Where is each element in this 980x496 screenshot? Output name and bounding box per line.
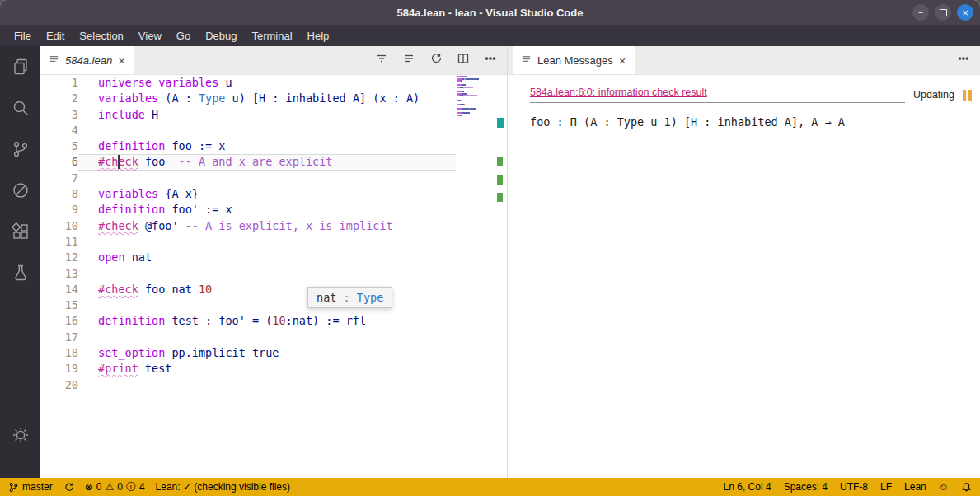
split-editor-icon[interactable]: [457, 52, 470, 68]
problems-indicator[interactable]: ⊗ 0 ⚠ 0 ⓘ 4: [85, 480, 145, 494]
extensions-icon[interactable]: [11, 222, 30, 241]
close-tab-icon[interactable]: ×: [118, 54, 125, 67]
code-line[interactable]: 5definition foo := x: [40, 138, 456, 154]
code-line[interactable]: 12open nat: [40, 250, 456, 265]
code-line[interactable]: 4: [40, 123, 456, 138]
code-line[interactable]: 10#check @foo' -- A is explicit, x is im…: [40, 218, 456, 234]
menubar: FileEditSelectionViewGoDebugTerminalHelp: [0, 25, 980, 46]
more-actions-icon[interactable]: [957, 52, 970, 68]
line-text: definition test : foo' = (10:nat) := rfl: [78, 313, 456, 329]
branch-name: master: [22, 481, 53, 493]
menu-item-terminal[interactable]: Terminal: [244, 25, 299, 46]
code-line[interactable]: 13: [40, 266, 456, 282]
code-editor[interactable]: 1universe variables u2variables (A : Typ…: [40, 75, 456, 478]
ruler-mark: [497, 118, 504, 128]
close-panel-tab-icon[interactable]: ×: [619, 54, 626, 67]
line-text: [78, 377, 456, 393]
code-line[interactable]: 11: [40, 234, 456, 250]
line-text: #check foo -- A and x are explicit: [78, 154, 456, 170]
overview-ruler[interactable]: [495, 75, 507, 478]
line-text: [78, 171, 456, 186]
minimize-button[interactable]: −: [912, 4, 929, 21]
search-icon[interactable]: [11, 98, 30, 118]
code-line[interactable]: 18set_option pp.implicit true: [40, 345, 456, 361]
encoding-setting[interactable]: UTF-8: [840, 481, 868, 493]
menu-item-file[interactable]: File: [7, 25, 39, 46]
line-number: 14: [40, 282, 78, 297]
code-line[interactable]: 6#check foo -- A and x are explicit: [40, 154, 456, 170]
code-line[interactable]: 8variables {A x}: [40, 186, 456, 202]
code-line[interactable]: 17: [40, 330, 456, 345]
line-text: [78, 330, 456, 345]
lean-messages-panel: Lean Messages × 584a.lean:6:0: informati…: [507, 46, 980, 478]
header-rule: 584a.lean:6:0: information check result: [530, 84, 905, 103]
code-line[interactable]: 16definition test : foo' = (10:nat) := r…: [40, 313, 456, 329]
ruler-mark: [497, 193, 503, 202]
line-number: 8: [40, 186, 78, 202]
error-count: 0: [96, 481, 102, 493]
code-line[interactable]: 2variables (A : Type u) [H : inhabited A…: [40, 91, 456, 106]
code-line[interactable]: 1universe variables u: [40, 75, 456, 91]
code-line[interactable]: 7: [40, 171, 456, 186]
line-text: include H: [78, 107, 456, 123]
eol-setting[interactable]: LF: [880, 481, 892, 493]
tab-584a-lean[interactable]: 584a.lean ×: [40, 46, 134, 74]
filter-icon[interactable]: [375, 52, 388, 68]
check-result-text: foo : Π (A : Type u_1) [H : inhabited A]…: [530, 115, 972, 129]
message-location-link[interactable]: 584a.lean:6:0: information check result: [530, 87, 707, 98]
line-number: 12: [40, 250, 78, 265]
list-icon[interactable]: [402, 52, 415, 68]
branch-indicator[interactable]: master: [8, 481, 53, 493]
line-number: 17: [40, 330, 78, 345]
window-title: 584a.lean - lean - Visual Studio Code: [397, 7, 584, 19]
line-text: variables (A : Type u) [H : inhabited A]…: [78, 91, 456, 106]
line-text: [78, 234, 456, 250]
menu-item-go[interactable]: Go: [169, 25, 198, 46]
minimap[interactable]: [456, 76, 495, 125]
maximize-button[interactable]: [935, 4, 951, 21]
cursor-position[interactable]: Ln 6, Col 4: [724, 481, 771, 493]
menu-item-help[interactable]: Help: [300, 25, 337, 46]
feedback-smiley-icon[interactable]: ☺: [939, 481, 949, 493]
notifications-bell-icon[interactable]: [961, 482, 972, 493]
close-button[interactable]: ×: [957, 4, 973, 21]
line-text: #print test: [78, 361, 456, 377]
ruler-mark: [497, 157, 503, 166]
menu-item-edit[interactable]: Edit: [39, 25, 72, 46]
warning-icon: ⚠: [105, 481, 114, 493]
updating-progress-icon: [963, 90, 972, 103]
more-actions-icon[interactable]: [484, 52, 497, 68]
menu-item-view[interactable]: View: [131, 25, 169, 46]
line-number: 11: [40, 234, 78, 250]
code-line[interactable]: 15: [40, 297, 456, 313]
menu-item-debug[interactable]: Debug: [198, 25, 244, 46]
line-text: universe variables u: [78, 75, 456, 91]
debug-icon[interactable]: [11, 180, 30, 200]
code-line[interactable]: 20: [40, 377, 456, 393]
message-header: 584a.lean:6:0: information check result …: [530, 84, 972, 103]
line-number: 15: [40, 297, 78, 313]
line-text: [78, 266, 456, 282]
code-line[interactable]: 9definition foo' := x: [40, 202, 456, 218]
tab-lean-messages[interactable]: Lean Messages ×: [513, 46, 635, 74]
code-line[interactable]: 3include H: [40, 107, 456, 123]
menu-item-selection[interactable]: Selection: [72, 25, 130, 46]
line-text: variables {A x}: [78, 186, 456, 202]
sync-icon[interactable]: [429, 52, 443, 68]
code-line[interactable]: 19#print test: [40, 361, 456, 377]
file-icon: [49, 54, 59, 67]
line-number: 20: [40, 377, 78, 393]
lean-status[interactable]: Lean: ✓ (checking visible files): [156, 481, 290, 493]
language-mode[interactable]: Lean: [904, 481, 926, 493]
info-icon: ⓘ: [126, 480, 136, 494]
line-number: 13: [40, 266, 78, 282]
explorer-icon[interactable]: [11, 57, 30, 77]
settings-gear-icon[interactable]: [11, 425, 30, 445]
indentation-setting[interactable]: Spaces: 4: [784, 481, 828, 493]
test-flask-icon[interactable]: [11, 263, 30, 283]
sync-button[interactable]: [63, 482, 74, 493]
line-number: 7: [40, 171, 78, 186]
panel-content: 584a.lean:6:0: information check result …: [508, 75, 980, 478]
source-control-icon[interactable]: [11, 139, 30, 159]
code-line[interactable]: 14#check foo nat 10: [40, 282, 456, 297]
